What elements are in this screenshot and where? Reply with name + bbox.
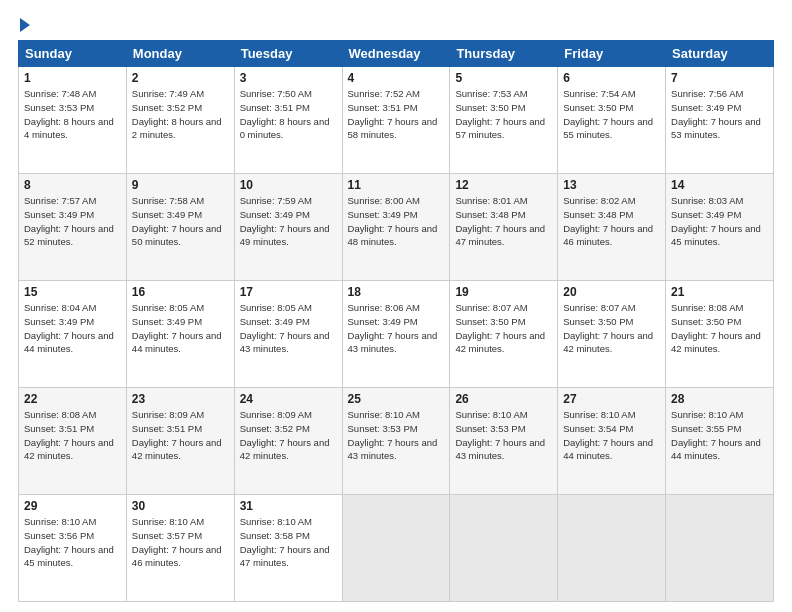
calendar-cell: 8Sunrise: 7:57 AMSunset: 3:49 PMDaylight… bbox=[19, 174, 127, 281]
day-number: 21 bbox=[671, 285, 768, 299]
day-info: Sunrise: 7:52 AMSunset: 3:51 PMDaylight:… bbox=[348, 87, 445, 142]
calendar-cell: 30Sunrise: 8:10 AMSunset: 3:57 PMDayligh… bbox=[126, 495, 234, 602]
col-header-monday: Monday bbox=[126, 41, 234, 67]
day-info: Sunrise: 7:57 AMSunset: 3:49 PMDaylight:… bbox=[24, 194, 121, 249]
day-info: Sunrise: 7:50 AMSunset: 3:51 PMDaylight:… bbox=[240, 87, 337, 142]
day-number: 8 bbox=[24, 178, 121, 192]
day-info: Sunrise: 7:56 AMSunset: 3:49 PMDaylight:… bbox=[671, 87, 768, 142]
col-header-friday: Friday bbox=[558, 41, 666, 67]
calendar-cell bbox=[450, 495, 558, 602]
calendar-cell: 3Sunrise: 7:50 AMSunset: 3:51 PMDaylight… bbox=[234, 67, 342, 174]
day-number: 6 bbox=[563, 71, 660, 85]
calendar-cell: 26Sunrise: 8:10 AMSunset: 3:53 PMDayligh… bbox=[450, 388, 558, 495]
calendar-cell: 12Sunrise: 8:01 AMSunset: 3:48 PMDayligh… bbox=[450, 174, 558, 281]
day-number: 20 bbox=[563, 285, 660, 299]
week-row-5: 29Sunrise: 8:10 AMSunset: 3:56 PMDayligh… bbox=[19, 495, 774, 602]
day-info: Sunrise: 8:10 AMSunset: 3:54 PMDaylight:… bbox=[563, 408, 660, 463]
day-info: Sunrise: 8:08 AMSunset: 3:50 PMDaylight:… bbox=[671, 301, 768, 356]
header bbox=[18, 16, 774, 32]
header-row: SundayMondayTuesdayWednesdayThursdayFrid… bbox=[19, 41, 774, 67]
day-number: 30 bbox=[132, 499, 229, 513]
day-info: Sunrise: 8:06 AMSunset: 3:49 PMDaylight:… bbox=[348, 301, 445, 356]
calendar-cell: 29Sunrise: 8:10 AMSunset: 3:56 PMDayligh… bbox=[19, 495, 127, 602]
day-number: 25 bbox=[348, 392, 445, 406]
day-number: 9 bbox=[132, 178, 229, 192]
day-number: 11 bbox=[348, 178, 445, 192]
calendar-cell bbox=[558, 495, 666, 602]
day-number: 7 bbox=[671, 71, 768, 85]
calendar-cell: 9Sunrise: 7:58 AMSunset: 3:49 PMDaylight… bbox=[126, 174, 234, 281]
calendar-cell bbox=[342, 495, 450, 602]
calendar-cell: 10Sunrise: 7:59 AMSunset: 3:49 PMDayligh… bbox=[234, 174, 342, 281]
calendar-cell bbox=[666, 495, 774, 602]
day-info: Sunrise: 8:05 AMSunset: 3:49 PMDaylight:… bbox=[132, 301, 229, 356]
col-header-sunday: Sunday bbox=[19, 41, 127, 67]
calendar-cell: 14Sunrise: 8:03 AMSunset: 3:49 PMDayligh… bbox=[666, 174, 774, 281]
day-info: Sunrise: 8:10 AMSunset: 3:53 PMDaylight:… bbox=[348, 408, 445, 463]
day-number: 3 bbox=[240, 71, 337, 85]
calendar-cell: 17Sunrise: 8:05 AMSunset: 3:49 PMDayligh… bbox=[234, 281, 342, 388]
day-info: Sunrise: 8:05 AMSunset: 3:49 PMDaylight:… bbox=[240, 301, 337, 356]
col-header-saturday: Saturday bbox=[666, 41, 774, 67]
day-info: Sunrise: 8:09 AMSunset: 3:51 PMDaylight:… bbox=[132, 408, 229, 463]
day-number: 26 bbox=[455, 392, 552, 406]
day-info: Sunrise: 8:03 AMSunset: 3:49 PMDaylight:… bbox=[671, 194, 768, 249]
day-info: Sunrise: 7:49 AMSunset: 3:52 PMDaylight:… bbox=[132, 87, 229, 142]
calendar-cell: 25Sunrise: 8:10 AMSunset: 3:53 PMDayligh… bbox=[342, 388, 450, 495]
day-number: 5 bbox=[455, 71, 552, 85]
calendar-cell: 1Sunrise: 7:48 AMSunset: 3:53 PMDaylight… bbox=[19, 67, 127, 174]
day-info: Sunrise: 8:07 AMSunset: 3:50 PMDaylight:… bbox=[455, 301, 552, 356]
day-info: Sunrise: 8:07 AMSunset: 3:50 PMDaylight:… bbox=[563, 301, 660, 356]
calendar-cell: 24Sunrise: 8:09 AMSunset: 3:52 PMDayligh… bbox=[234, 388, 342, 495]
calendar-cell: 23Sunrise: 8:09 AMSunset: 3:51 PMDayligh… bbox=[126, 388, 234, 495]
calendar-cell: 20Sunrise: 8:07 AMSunset: 3:50 PMDayligh… bbox=[558, 281, 666, 388]
day-number: 31 bbox=[240, 499, 337, 513]
calendar-cell: 22Sunrise: 8:08 AMSunset: 3:51 PMDayligh… bbox=[19, 388, 127, 495]
calendar-cell: 31Sunrise: 8:10 AMSunset: 3:58 PMDayligh… bbox=[234, 495, 342, 602]
day-number: 19 bbox=[455, 285, 552, 299]
day-number: 18 bbox=[348, 285, 445, 299]
calendar-cell: 5Sunrise: 7:53 AMSunset: 3:50 PMDaylight… bbox=[450, 67, 558, 174]
calendar-cell: 19Sunrise: 8:07 AMSunset: 3:50 PMDayligh… bbox=[450, 281, 558, 388]
day-number: 27 bbox=[563, 392, 660, 406]
day-info: Sunrise: 8:10 AMSunset: 3:55 PMDaylight:… bbox=[671, 408, 768, 463]
calendar-cell: 28Sunrise: 8:10 AMSunset: 3:55 PMDayligh… bbox=[666, 388, 774, 495]
day-info: Sunrise: 8:10 AMSunset: 3:53 PMDaylight:… bbox=[455, 408, 552, 463]
calendar-cell: 18Sunrise: 8:06 AMSunset: 3:49 PMDayligh… bbox=[342, 281, 450, 388]
day-number: 14 bbox=[671, 178, 768, 192]
day-number: 16 bbox=[132, 285, 229, 299]
calendar-cell: 15Sunrise: 8:04 AMSunset: 3:49 PMDayligh… bbox=[19, 281, 127, 388]
logo-arrow-icon bbox=[20, 18, 30, 32]
calendar-cell: 11Sunrise: 8:00 AMSunset: 3:49 PMDayligh… bbox=[342, 174, 450, 281]
calendar-table: SundayMondayTuesdayWednesdayThursdayFrid… bbox=[18, 40, 774, 602]
week-row-4: 22Sunrise: 8:08 AMSunset: 3:51 PMDayligh… bbox=[19, 388, 774, 495]
day-number: 12 bbox=[455, 178, 552, 192]
day-info: Sunrise: 8:08 AMSunset: 3:51 PMDaylight:… bbox=[24, 408, 121, 463]
calendar-cell: 21Sunrise: 8:08 AMSunset: 3:50 PMDayligh… bbox=[666, 281, 774, 388]
logo bbox=[18, 16, 30, 32]
calendar-cell: 7Sunrise: 7:56 AMSunset: 3:49 PMDaylight… bbox=[666, 67, 774, 174]
day-number: 29 bbox=[24, 499, 121, 513]
week-row-3: 15Sunrise: 8:04 AMSunset: 3:49 PMDayligh… bbox=[19, 281, 774, 388]
calendar-cell: 27Sunrise: 8:10 AMSunset: 3:54 PMDayligh… bbox=[558, 388, 666, 495]
day-info: Sunrise: 8:00 AMSunset: 3:49 PMDaylight:… bbox=[348, 194, 445, 249]
day-info: Sunrise: 8:10 AMSunset: 3:57 PMDaylight:… bbox=[132, 515, 229, 570]
day-number: 1 bbox=[24, 71, 121, 85]
day-number: 10 bbox=[240, 178, 337, 192]
calendar-cell: 6Sunrise: 7:54 AMSunset: 3:50 PMDaylight… bbox=[558, 67, 666, 174]
calendar-cell: 4Sunrise: 7:52 AMSunset: 3:51 PMDaylight… bbox=[342, 67, 450, 174]
calendar-cell: 16Sunrise: 8:05 AMSunset: 3:49 PMDayligh… bbox=[126, 281, 234, 388]
week-row-2: 8Sunrise: 7:57 AMSunset: 3:49 PMDaylight… bbox=[19, 174, 774, 281]
week-row-1: 1Sunrise: 7:48 AMSunset: 3:53 PMDaylight… bbox=[19, 67, 774, 174]
day-info: Sunrise: 8:04 AMSunset: 3:49 PMDaylight:… bbox=[24, 301, 121, 356]
day-number: 24 bbox=[240, 392, 337, 406]
day-info: Sunrise: 7:59 AMSunset: 3:49 PMDaylight:… bbox=[240, 194, 337, 249]
col-header-thursday: Thursday bbox=[450, 41, 558, 67]
day-info: Sunrise: 8:10 AMSunset: 3:58 PMDaylight:… bbox=[240, 515, 337, 570]
day-number: 15 bbox=[24, 285, 121, 299]
day-info: Sunrise: 7:48 AMSunset: 3:53 PMDaylight:… bbox=[24, 87, 121, 142]
col-header-tuesday: Tuesday bbox=[234, 41, 342, 67]
calendar-cell: 13Sunrise: 8:02 AMSunset: 3:48 PMDayligh… bbox=[558, 174, 666, 281]
day-info: Sunrise: 8:02 AMSunset: 3:48 PMDaylight:… bbox=[563, 194, 660, 249]
day-number: 4 bbox=[348, 71, 445, 85]
